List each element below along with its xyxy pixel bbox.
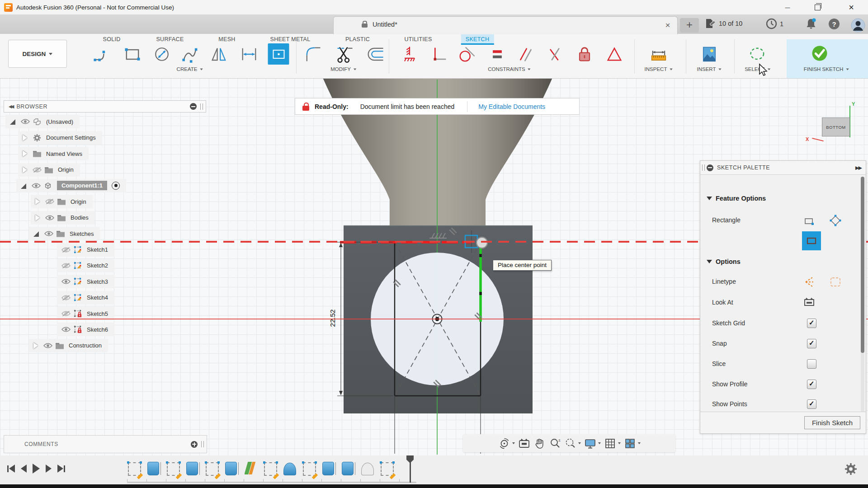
- center-rectangle-icon[interactable]: [830, 215, 841, 226]
- collinear-constraint-icon[interactable]: [400, 44, 420, 64]
- document-limit-indicator[interactable]: 10 of 10: [704, 18, 742, 29]
- eye-icon[interactable]: [61, 277, 71, 286]
- fix-constraint-icon[interactable]: [575, 44, 594, 64]
- eye-off-icon[interactable]: [33, 166, 42, 174]
- three-point-rectangle-active-icon[interactable]: [802, 231, 821, 250]
- eye-off-icon[interactable]: [61, 294, 71, 302]
- tab-solid[interactable]: SOLID: [98, 34, 125, 45]
- show-profile-checkbox[interactable]: [807, 380, 816, 389]
- step-forward-button[interactable]: [46, 465, 52, 473]
- zoom-window-caret[interactable]: [578, 442, 581, 444]
- eye-icon[interactable]: [43, 342, 52, 350]
- browser-item-component1[interactable]: Component1:1: [4, 179, 206, 192]
- collapse-browser-icon[interactable]: ◀◀: [9, 104, 13, 109]
- rectangle-tool-icon[interactable]: [123, 44, 142, 64]
- expander-closed-icon[interactable]: [35, 198, 40, 205]
- construction-linetype-icon[interactable]: [803, 276, 815, 288]
- zoom-icon[interactable]: ±: [549, 437, 561, 450]
- circle-tool-icon[interactable]: [152, 44, 172, 64]
- viewports-icon[interactable]: [624, 437, 636, 450]
- browser-item-named-views[interactable]: Named Views: [4, 147, 206, 160]
- group-insert[interactable]: INSERT: [697, 66, 722, 72]
- look-at-icon[interactable]: [803, 296, 815, 308]
- timeline-track[interactable]: [127, 482, 416, 483]
- timeline-feature-extrude[interactable]: [321, 461, 335, 475]
- expander-open-icon[interactable]: [21, 183, 26, 189]
- browser-item-sketch1[interactable]: Sketch1: [4, 243, 206, 257]
- timeline-settings-gear-icon[interactable]: [844, 462, 858, 476]
- group-inspect[interactable]: INSPECT: [645, 66, 673, 72]
- eye-icon[interactable]: [44, 230, 53, 238]
- tab-mesh[interactable]: MESH: [214, 34, 240, 45]
- browser-item-unsaved[interactable]: (Unsaved): [4, 115, 206, 128]
- midpoint-constraint-icon[interactable]: [604, 44, 624, 64]
- browser-item-sketch6[interactable]: Sketch6: [4, 323, 206, 336]
- equal-constraint-icon[interactable]: [487, 44, 507, 64]
- expander-closed-icon[interactable]: [35, 215, 40, 221]
- palette-scrollbar-thumb[interactable]: [861, 177, 864, 353]
- eye-off-icon[interactable]: [61, 310, 71, 318]
- parallel-constraint-icon[interactable]: [516, 44, 536, 64]
- go-to-start-button[interactable]: [7, 465, 15, 473]
- line-tool-icon[interactable]: [92, 44, 112, 64]
- expander-open-icon[interactable]: [10, 119, 15, 125]
- tangent-constraint-icon[interactable]: [457, 44, 476, 64]
- snap-checkbox[interactable]: [807, 339, 816, 348]
- timeline-feature-form[interactable]: [283, 461, 296, 475]
- timeline-feature-sketch[interactable]: [205, 461, 218, 475]
- timeline-feature-sketch[interactable]: [380, 461, 393, 475]
- palette-drag-grip[interactable]: [702, 164, 705, 171]
- orbit-caret[interactable]: [512, 442, 515, 444]
- timeline-position-marker[interactable]: [406, 455, 414, 483]
- look-at-view-icon[interactable]: [518, 437, 530, 450]
- zoom-window-icon[interactable]: [564, 437, 576, 450]
- expander-closed-icon[interactable]: [23, 167, 27, 173]
- job-status-indicator[interactable]: 1: [766, 18, 783, 29]
- palette-minimize-icon[interactable]: [707, 164, 713, 171]
- minimize-button[interactable]: [774, 0, 801, 14]
- user-avatar[interactable]: [851, 18, 865, 33]
- browser-item-sketch3[interactable]: Sketch3: [4, 275, 206, 288]
- tab-close-icon[interactable]: [663, 20, 673, 30]
- options-section[interactable]: Options: [707, 258, 741, 265]
- grid-settings-icon[interactable]: [604, 437, 616, 450]
- eye-off-icon[interactable]: [61, 246, 71, 254]
- view-cube[interactable]: Y BOTTOM X: [809, 100, 868, 150]
- timeline-feature-extrude[interactable]: [146, 461, 160, 475]
- sketch-dimension-tool-icon[interactable]: [239, 44, 259, 64]
- browser-item-document-settings[interactable]: Document Settings: [4, 131, 206, 145]
- browser-item-construction[interactable]: Construction: [4, 339, 206, 352]
- offset-tool-icon[interactable]: [365, 44, 385, 64]
- tab-plastic[interactable]: PLASTIC: [341, 34, 374, 45]
- sketch-grid-checkbox[interactable]: [807, 319, 816, 328]
- timeline-feature-revolve[interactable]: [244, 461, 257, 475]
- browser-item-sketch5[interactable]: Sketch5: [4, 307, 206, 320]
- measure-tool-icon[interactable]: [649, 44, 669, 64]
- timeline-feature-extrude[interactable]: [341, 461, 354, 475]
- palette-header[interactable]: SKETCH PALETTE ▶▶: [700, 161, 866, 175]
- eye-off-icon[interactable]: [45, 197, 54, 206]
- finish-sketch-icon[interactable]: [810, 43, 830, 63]
- timeline-feature-sketch[interactable]: [166, 461, 179, 475]
- activate-component-radio[interactable]: [112, 182, 120, 190]
- timeline-feature-suppressed[interactable]: [360, 461, 373, 475]
- pan-icon[interactable]: [533, 437, 546, 450]
- comments-expand-icon[interactable]: [191, 441, 198, 448]
- browser-drag-grip[interactable]: [200, 103, 203, 110]
- eye-icon[interactable]: [61, 325, 71, 333]
- slice-checkbox[interactable]: [807, 359, 816, 369]
- browser-item-origin[interactable]: Origin: [4, 163, 206, 177]
- feature-options-section[interactable]: Feature Options: [707, 195, 766, 202]
- close-button[interactable]: [835, 0, 867, 14]
- eye-icon[interactable]: [32, 182, 41, 190]
- display-settings-icon[interactable]: [584, 437, 596, 450]
- two-point-rectangle-icon[interactable]: [803, 216, 815, 227]
- spline-tool-icon[interactable]: [180, 44, 200, 64]
- timeline-feature-sketch[interactable]: [302, 461, 315, 475]
- comments-panel[interactable]: COMMENTS: [4, 435, 207, 453]
- new-tab-button[interactable]: [680, 18, 699, 33]
- help-button[interactable]: ?: [828, 18, 840, 30]
- expander-closed-icon[interactable]: [33, 343, 38, 349]
- browser-item-sketch2[interactable]: Sketch2: [4, 259, 206, 272]
- editable-documents-link[interactable]: My Editable Documents: [478, 103, 545, 110]
